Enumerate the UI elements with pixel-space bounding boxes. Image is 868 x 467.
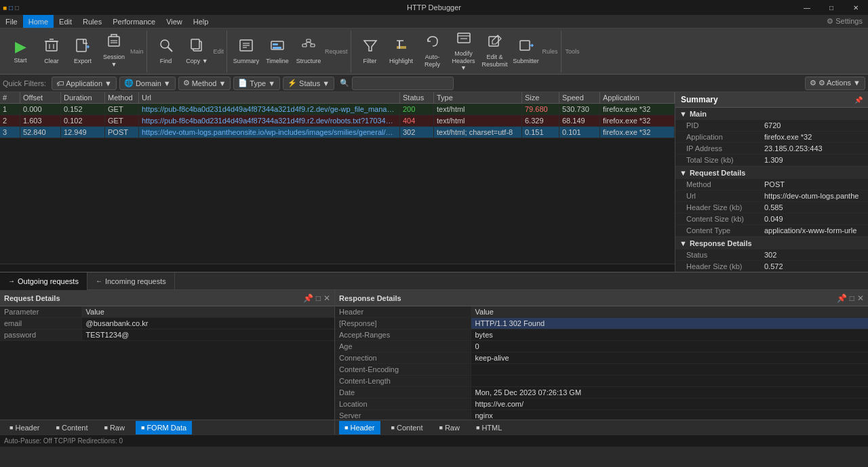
- menu-edit[interactable]: Edit: [54, 15, 77, 28]
- actions-button[interactable]: ⚙ ⚙ Actions ▼: [805, 77, 865, 90]
- minimize-button[interactable]: —: [795, 0, 819, 15]
- menubar: File Home Edit Rules Performance View He…: [0, 15, 868, 28]
- restore-ctrl[interactable]: □: [316, 293, 321, 303]
- application-filter-arrow: ▼: [104, 79, 112, 87]
- footer-tab-header[interactable]: ■ Header: [4, 421, 45, 434]
- row-speed: 68.149: [559, 115, 600, 126]
- table-row: Content-Encoding: [335, 364, 868, 375]
- menu-file[interactable]: File: [0, 15, 23, 28]
- clear-button[interactable]: Clear: [37, 33, 66, 70]
- summary-section-main-header[interactable]: ▼ Main: [675, 108, 868, 120]
- quickfilters-label: Quick Filters:: [3, 79, 46, 87]
- export-button[interactable]: Export: [68, 33, 98, 70]
- request-details-header: Request Details 📌 □ ✕: [0, 290, 334, 306]
- row-type: text/html; charset=utf-8: [434, 127, 522, 138]
- summary-val: https://dev-otum-logs.panthe: [764, 192, 864, 200]
- autoreply-button[interactable]: Auto-Reply: [418, 33, 448, 70]
- app-icon-2: □: [9, 4, 13, 12]
- start-button[interactable]: ▶ Start: [5, 33, 35, 70]
- table-row[interactable]: 3 52.840 12.949 POST https://dev-otum-lo…: [0, 127, 675, 138]
- filter-button[interactable]: Filter: [355, 33, 385, 70]
- filter-search-input[interactable]: [352, 77, 454, 90]
- summary-val: POST: [764, 180, 864, 188]
- session-button[interactable]: Session ▼: [99, 33, 129, 70]
- close-ctrl[interactable]: ✕: [857, 293, 864, 303]
- actions-gear-icon: ⚙: [810, 79, 816, 87]
- summary-row: Total Size (kb) 1.309: [675, 155, 868, 166]
- summary-section-request-header[interactable]: ▼ Request Details: [675, 167, 868, 179]
- col-header-duration: Duration: [61, 92, 105, 103]
- footer-tab-content[interactable]: ■ Content: [51, 421, 94, 434]
- pin-ctrl[interactable]: 📌: [837, 293, 847, 303]
- restore-ctrl[interactable]: □: [850, 293, 854, 303]
- filter-domain[interactable]: 🌐 Domain ▼: [119, 77, 176, 90]
- table-row[interactable]: 1 0.000 0.152 GET https://pub-f8c4ba0d23…: [0, 104, 675, 115]
- summary-val: 23.185.0.253:443: [764, 144, 864, 153]
- find-label: Find: [160, 58, 172, 65]
- status-filter-label: Status: [299, 79, 320, 87]
- submitter-icon: [519, 38, 534, 56]
- svg-line-11: [167, 47, 172, 52]
- timeline-button[interactable]: Timeline: [262, 33, 292, 70]
- footer-tab-formdata[interactable]: ■ FORM Data: [136, 421, 192, 434]
- menu-help[interactable]: Help: [188, 15, 214, 28]
- menu-view[interactable]: View: [161, 15, 188, 28]
- col-header-method: Method: [105, 92, 139, 103]
- svg-line-25: [309, 42, 313, 44]
- row-size: 0.151: [522, 127, 559, 138]
- list-scrollbar-horizontal[interactable]: [0, 264, 675, 272]
- tab-outgoing-requests[interactable]: → Outgoing requests: [0, 272, 87, 290]
- row-type: text/html: [434, 104, 522, 115]
- filter-application[interactable]: 🏷 Application ▼: [52, 77, 117, 90]
- row-type: text/html: [434, 115, 522, 126]
- editresubmit-button[interactable]: Edit &Resubmit: [480, 33, 510, 70]
- close-ctrl[interactable]: ✕: [323, 293, 330, 303]
- footer-tab-html[interactable]: ■ HTML: [471, 421, 507, 434]
- modifyheaders-button[interactable]: Modify Headers ▼: [449, 33, 479, 70]
- maximize-button[interactable]: □: [819, 0, 844, 15]
- response-details-controls: 📌 □ ✕: [837, 293, 864, 303]
- header-name: Connection: [335, 352, 471, 364]
- submitter-label: Submitter: [513, 58, 539, 65]
- find-button[interactable]: Find: [151, 33, 181, 70]
- settings-link[interactable]: ⚙ Settings: [827, 17, 868, 26]
- pin-ctrl[interactable]: 📌: [303, 293, 313, 303]
- footer-tab-header[interactable]: ■ Header: [339, 421, 380, 434]
- pin-icon[interactable]: 📌: [854, 96, 863, 104]
- highlight-button[interactable]: Highlight: [387, 33, 416, 70]
- submitter-button[interactable]: Submitter: [511, 33, 541, 70]
- start-label: Start: [14, 57, 26, 64]
- menu-performance[interactable]: Performance: [107, 15, 161, 28]
- filter-method[interactable]: ⚙ Method ▼: [178, 77, 231, 90]
- row-duration: 0.102: [61, 115, 105, 126]
- filter-type[interactable]: 📄 Type ▼: [233, 77, 280, 90]
- content-tab-icon: ■: [56, 424, 60, 431]
- row-status: 302: [400, 127, 434, 138]
- footer-tab-content[interactable]: ■ Content: [386, 421, 429, 434]
- copy-button[interactable]: Copy ▼: [182, 33, 212, 70]
- menu-rules[interactable]: Rules: [77, 15, 107, 28]
- filter-status[interactable]: ⚡ Status ▼: [283, 77, 334, 90]
- bottom-content: Request Details 📌 □ ✕ Parameter Value: [0, 290, 868, 434]
- row-app: firefox.exe *32: [600, 104, 675, 115]
- summary-row: Method POST: [675, 179, 868, 190]
- row-method: GET: [105, 104, 139, 115]
- summary-button[interactable]: Summary: [231, 33, 261, 70]
- footer-tab-raw[interactable]: ■ Raw: [98, 421, 130, 434]
- tab-incoming-requests[interactable]: ← Incoming requests: [87, 272, 175, 290]
- footer-tab-raw[interactable]: ■ Raw: [433, 421, 465, 434]
- toolbar-group-edit: Find Copy ▼ Edit: [149, 31, 228, 73]
- menu-home[interactable]: Home: [23, 15, 54, 28]
- header-value: https://ve.com/: [471, 399, 868, 410]
- copy-label: Copy ▼: [186, 58, 208, 65]
- structure-button[interactable]: Structure: [294, 33, 323, 70]
- row-offset: 0.000: [20, 104, 61, 115]
- toolbar-group-request: Summary Timeline Structure Request: [229, 31, 351, 73]
- summary-section-response-header[interactable]: ▼ Response Details: [675, 237, 868, 249]
- close-button[interactable]: ✕: [844, 0, 868, 15]
- summary-key: PID: [686, 121, 764, 129]
- table-row[interactable]: 2 1.603 0.102 GET https://pub-f8c4ba0d23…: [0, 115, 675, 127]
- edit-group-label: Edit: [214, 48, 224, 55]
- row-size: 79.680: [522, 104, 559, 115]
- incoming-icon: ←: [96, 277, 102, 285]
